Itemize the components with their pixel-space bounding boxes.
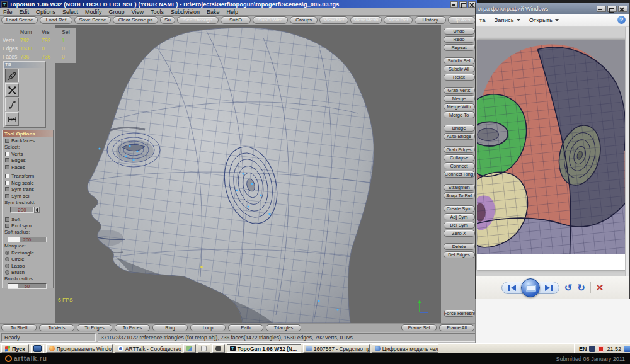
to-verts-button[interactable]: To Verts	[39, 324, 74, 331]
menu-modify[interactable]: Modify	[85, 9, 102, 15]
checkbox-backfaces[interactable]: Backfaces	[3, 137, 53, 144]
menu-file[interactable]: File	[3, 9, 13, 15]
pv-close-button[interactable]	[618, 6, 627, 12]
grab-verts-button[interactable]: Grab Verts	[444, 87, 475, 94]
force-refresh-button[interactable]: Force Refresh	[444, 310, 475, 317]
quick-launch-icon[interactable]	[33, 345, 42, 352]
menu-help[interactable]: Help	[227, 9, 239, 15]
task-icon-3[interactable]	[212, 344, 225, 353]
path-button[interactable]: Path	[228, 324, 263, 331]
task-windows-player[interactable]: Проигрыватель Windo...	[46, 344, 113, 353]
radio-rectangle[interactable]: Rectangle	[3, 249, 53, 256]
menu-tools[interactable]: Tools	[151, 9, 164, 15]
transform-tool[interactable]	[5, 83, 19, 97]
topogun-titlebar[interactable]: T TopoGun 1.06 W32 (NODELOCKED LICENSE) …	[0, 0, 477, 8]
connect-ring-button[interactable]: Connect Ring	[444, 171, 475, 178]
menu-group[interactable]: Group	[109, 9, 125, 15]
redo-button[interactable]: Redo	[444, 36, 475, 43]
triangles-button[interactable]: Triangles	[266, 324, 301, 331]
task-topogun[interactable]: TTopoGun 1.06 W32 (N...	[227, 344, 301, 353]
previous-button[interactable]	[508, 285, 516, 291]
next-button[interactable]	[545, 285, 553, 291]
task-icon-1[interactable]	[183, 344, 196, 353]
radio-brush[interactable]: Brush	[3, 270, 53, 276]
view-net-button[interactable]: View Net	[319, 16, 348, 24]
checkbox-excl-sym[interactable]: Excl sym	[3, 223, 53, 230]
pv-maximize-button[interactable]	[607, 6, 617, 12]
view-mesh-button[interactable]: View Mesh	[350, 16, 382, 24]
help-icon[interactable]: ?	[617, 16, 626, 24]
load-ref-button[interactable]: Load Ref	[40, 16, 72, 24]
checkbox-neg-scale[interactable]: Neg scale	[3, 179, 53, 186]
curve-tool[interactable]	[5, 98, 19, 111]
snap-to-ref-button[interactable]: Snap To Ref	[444, 192, 475, 199]
to-shell-button[interactable]: To Shell	[1, 324, 37, 331]
soft-radius-slider[interactable]: 200	[8, 237, 47, 242]
save-scene-button[interactable]: Save Scene	[74, 16, 111, 24]
menu-subdivision[interactable]: Subdivision	[171, 9, 200, 15]
merge-to-button[interactable]: Merge To	[444, 111, 475, 118]
checkbox-edges[interactable]: Edges	[3, 157, 53, 164]
tray-icon-app[interactable]	[598, 346, 604, 352]
su-button[interactable]: Su	[160, 16, 175, 24]
pv-menu-open[interactable]: Открыть	[529, 16, 559, 23]
frame-sel-button[interactable]: Frame Sel	[401, 324, 437, 331]
minimize-button[interactable]	[450, 1, 458, 8]
delete-photo-button[interactable]: ✕	[596, 283, 604, 292]
delete-button[interactable]: Delete	[444, 243, 475, 250]
menu-select[interactable]: Select	[62, 9, 78, 15]
start-button[interactable]: Пуск	[1, 344, 29, 353]
to-faces-button[interactable]: To Faces	[115, 324, 150, 331]
create-sym-button[interactable]: Create Sym	[444, 205, 475, 212]
checkbox-verts[interactable]: Verts	[3, 151, 53, 157]
tray-icon-network[interactable]	[624, 346, 630, 352]
groups-button[interactable]: Groups	[290, 16, 318, 24]
viewport-3d[interactable]: 6 FPS	[55, 25, 441, 323]
connect-button[interactable]: Connect	[444, 162, 475, 169]
bridge-button[interactable]: Bridge	[444, 125, 475, 132]
task-digital-model[interactable]: Цифровая модель чело...	[372, 344, 438, 353]
grab-edges-button[interactable]: Grab Edges	[444, 146, 475, 153]
merge-with-button[interactable]: Merge With	[444, 103, 475, 110]
scrollbar[interactable]	[625, 27, 629, 277]
frame-all-button[interactable]: Frame All	[439, 324, 474, 331]
zero-x-button[interactable]: Zero X	[444, 230, 475, 237]
checkbox-soft[interactable]: Soft	[3, 216, 53, 223]
adj-sym-button[interactable]: Adj Sym	[444, 213, 475, 220]
spinner-arrows[interactable]	[34, 207, 40, 213]
checkbox-faces[interactable]: Faces	[3, 164, 53, 171]
history-button[interactable]: History	[415, 16, 446, 24]
subd-wire-button[interactable]: SubD Wire	[253, 16, 288, 24]
del-sym-button[interactable]: Del Sym	[444, 222, 475, 229]
menu-view[interactable]: View	[132, 9, 144, 15]
load-scene-button[interactable]: Load Scene	[1, 16, 38, 24]
ring-button[interactable]: Ring	[152, 324, 188, 331]
photo-viewer-titlebar[interactable]: отра фотографий Windows	[476, 3, 629, 14]
task-arttalk[interactable]: ARTTalk - Сообщество ...	[115, 344, 181, 353]
loop-button[interactable]: Loop	[190, 324, 226, 331]
checkbox-sym-sel[interactable]: Sym sel	[3, 193, 53, 200]
auto-bridge-button[interactable]: Auto Bridge	[444, 133, 475, 140]
tray-icon-keyboard[interactable]	[589, 346, 595, 352]
to-edges-button[interactable]: To Edges	[77, 324, 112, 331]
rotate-ccw-button[interactable]: ↺	[564, 283, 573, 292]
measure-tool[interactable]	[5, 112, 19, 126]
brush-radius-slider[interactable]: 50	[8, 283, 47, 289]
undo-button[interactable]: Undo	[444, 28, 475, 35]
pv-menu-cut[interactable]: та	[479, 16, 486, 23]
up-axis-button[interactable]: Up Axis	[448, 16, 476, 24]
task-icon-2[interactable]	[198, 344, 210, 353]
checkbox-transform[interactable]: Transform	[3, 173, 53, 180]
subdiv-all-button[interactable]: Subdiv All	[444, 65, 475, 72]
pv-menu-burn[interactable]: Запись	[495, 16, 520, 23]
repeat-button[interactable]: Repeat	[444, 44, 475, 51]
straighten-button[interactable]: Straighten	[444, 184, 475, 191]
relax-button[interactable]: Relax	[444, 74, 475, 81]
merge-button[interactable]: Merge	[444, 95, 475, 102]
subdiv-sel-button[interactable]: Subdiv Sel	[444, 57, 475, 64]
subd-button[interactable]: SubD	[220, 16, 251, 24]
task-photo-viewer[interactable]: 1607567 - Средство пр...	[303, 344, 370, 353]
rotate-cw-button[interactable]: ↻	[577, 283, 585, 292]
photo-canvas[interactable]	[476, 27, 629, 277]
menu-edit[interactable]: Edit	[20, 9, 30, 15]
